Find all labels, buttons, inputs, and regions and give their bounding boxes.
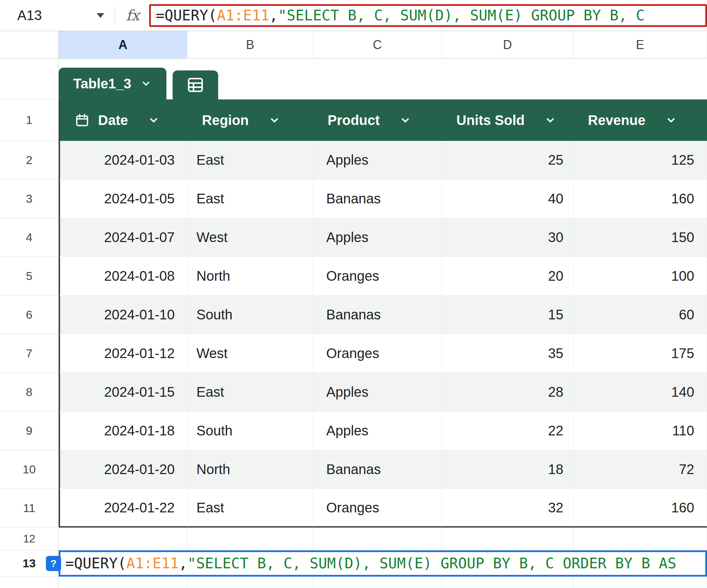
row-number[interactable]: 13 ? xyxy=(0,550,59,577)
row-number[interactable]: 14 xyxy=(0,577,59,588)
cell-revenue[interactable]: 140 xyxy=(573,373,707,412)
empty-cell[interactable] xyxy=(573,577,707,588)
table-name-chip[interactable]: Table1_3 xyxy=(59,68,166,99)
cell-date[interactable]: 2024-01-07 xyxy=(59,218,187,257)
cell-editor[interactable]: =QUERY(A1:E11, "SELECT B, C, SUM(D), SUM… xyxy=(59,550,707,577)
chevron-down-icon[interactable] xyxy=(399,114,411,126)
cell-region[interactable]: East xyxy=(187,141,313,180)
cell-date[interactable]: 2024-01-12 xyxy=(59,334,187,373)
cell-region[interactable]: East xyxy=(187,373,313,412)
name-box[interactable]: A13 xyxy=(0,0,115,31)
cell-region[interactable]: East xyxy=(187,489,313,528)
empty-cell[interactable] xyxy=(313,528,442,550)
chevron-down-icon[interactable] xyxy=(147,114,160,126)
cell-product[interactable]: Apples xyxy=(313,373,442,412)
cell-revenue[interactable]: 60 xyxy=(573,296,707,334)
cell-revenue[interactable]: 72 xyxy=(573,450,707,489)
cell-date[interactable]: 2024-01-15 xyxy=(59,373,187,412)
column-header-B[interactable]: B xyxy=(187,31,313,58)
table-header-region[interactable]: Region xyxy=(187,99,313,141)
cell-date[interactable]: 2024-01-05 xyxy=(59,180,187,218)
cell-revenue[interactable]: 160 xyxy=(573,489,707,528)
cell-revenue[interactable]: 150 xyxy=(573,218,707,257)
cell-date[interactable]: 2024-01-03 xyxy=(59,141,187,180)
empty-cell[interactable] xyxy=(187,528,313,550)
cell-units-sold[interactable]: 32 xyxy=(442,489,573,528)
cell-region[interactable]: West xyxy=(187,218,313,257)
cell-date[interactable]: 2024-01-22 xyxy=(59,489,187,528)
cell-product[interactable]: Bananas xyxy=(313,296,442,334)
cell-units-sold[interactable]: 30 xyxy=(442,218,573,257)
cell-product[interactable]: Apples xyxy=(313,218,442,257)
cell-region[interactable]: East xyxy=(187,180,313,218)
cell-units-sold[interactable]: 18 xyxy=(442,450,573,489)
cell-date[interactable]: 2024-01-08 xyxy=(59,257,187,296)
column-header-A[interactable]: A xyxy=(59,31,187,58)
cell-revenue[interactable]: 110 xyxy=(573,412,707,450)
chevron-down-icon[interactable] xyxy=(665,114,677,126)
row-number[interactable]: 3 xyxy=(0,180,59,218)
empty-cell[interactable] xyxy=(59,577,187,588)
cell-date[interactable]: 2024-01-20 xyxy=(59,450,187,489)
chevron-down-icon[interactable] xyxy=(268,114,281,126)
formula-input[interactable]: =QUERY(A1:E11, "SELECT B, C, SUM(D), SUM… xyxy=(149,4,707,27)
cell-units-sold[interactable]: 40 xyxy=(442,180,573,218)
cell-date[interactable]: 2024-01-18 xyxy=(59,412,187,450)
cell-units-sold[interactable]: 20 xyxy=(442,257,573,296)
column-header-C[interactable]: C xyxy=(313,31,442,58)
column-header-D[interactable]: D xyxy=(442,31,573,58)
row-number[interactable]: 11 xyxy=(0,489,59,528)
row-number[interactable]: 1 xyxy=(0,99,59,141)
cell-units-sold[interactable]: 35 xyxy=(442,334,573,373)
cell-product[interactable]: Oranges xyxy=(313,257,442,296)
cell-units-sold[interactable]: 28 xyxy=(442,373,573,412)
cell-product[interactable]: Oranges xyxy=(313,489,442,528)
empty-cell[interactable] xyxy=(442,528,573,550)
row-number[interactable]: 6 xyxy=(0,296,59,334)
cell-units-sold[interactable]: 22 xyxy=(442,412,573,450)
table-header-revenue[interactable]: Revenue xyxy=(573,99,707,141)
row-number[interactable]: 8 xyxy=(0,373,59,412)
row-number[interactable]: 7 xyxy=(0,334,59,373)
empty-cell[interactable] xyxy=(442,577,573,588)
cell-revenue[interactable]: 100 xyxy=(573,257,707,296)
cell-region[interactable]: North xyxy=(187,257,313,296)
row-number[interactable]: 12 xyxy=(0,528,59,550)
chevron-down-icon[interactable] xyxy=(140,78,152,89)
chevron-down-icon[interactable] xyxy=(544,114,556,126)
table-header-date[interactable]: Date xyxy=(59,99,187,141)
cell-product[interactable]: Bananas xyxy=(313,180,442,218)
empty-cell[interactable] xyxy=(313,577,442,588)
cell-date[interactable]: 2024-01-10 xyxy=(59,296,187,334)
row-number[interactable]: 5 xyxy=(0,257,59,296)
column-header-E[interactable]: E xyxy=(573,31,707,58)
cell-product[interactable]: Bananas xyxy=(313,450,442,489)
cell-units-sold[interactable]: 25 xyxy=(442,141,573,180)
cell-product[interactable]: Apples xyxy=(313,141,442,180)
select-all-corner[interactable] xyxy=(0,31,59,58)
cell-revenue[interactable]: 160 xyxy=(573,180,707,218)
cell-revenue[interactable]: 125 xyxy=(573,141,707,180)
empty-cell[interactable] xyxy=(573,528,707,550)
help-badge[interactable]: ? xyxy=(46,556,61,571)
row-number[interactable]: 9 xyxy=(0,412,59,450)
table-header-units-sold[interactable]: Units Sold xyxy=(442,99,573,141)
cell-product[interactable]: Apples xyxy=(313,412,442,450)
formula-bar: A13 fx =QUERY(A1:E11, "SELECT B, C, SUM(… xyxy=(0,0,707,31)
empty-row-12: 12 xyxy=(0,528,707,550)
cell-product[interactable]: Oranges xyxy=(313,334,442,373)
row-number[interactable]: 10 xyxy=(0,450,59,489)
name-box-dropdown-icon[interactable] xyxy=(97,13,104,18)
cell-region[interactable]: South xyxy=(187,296,313,334)
cell-region[interactable]: North xyxy=(187,450,313,489)
row-number[interactable]: 2 xyxy=(0,141,59,180)
cell-revenue[interactable]: 175 xyxy=(573,334,707,373)
row-number[interactable]: 4 xyxy=(0,218,59,257)
empty-cell[interactable] xyxy=(59,528,187,550)
table-grid-icon-button[interactable] xyxy=(173,70,218,99)
cell-units-sold[interactable]: 15 xyxy=(442,296,573,334)
cell-region[interactable]: West xyxy=(187,334,313,373)
empty-cell[interactable] xyxy=(187,577,313,588)
table-header-product[interactable]: Product xyxy=(313,99,442,141)
cell-region[interactable]: South xyxy=(187,412,313,450)
